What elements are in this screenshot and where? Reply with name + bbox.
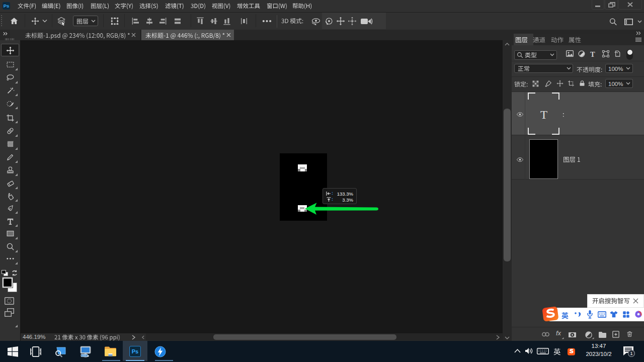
svg-text:1: 1 (630, 351, 632, 356)
